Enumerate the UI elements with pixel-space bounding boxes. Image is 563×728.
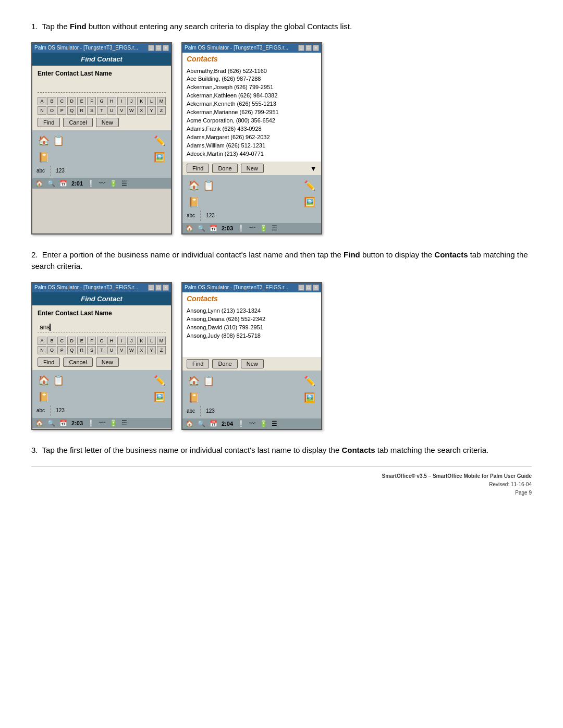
maximize-btn[interactable]: □	[155, 45, 162, 51]
list-item[interactable]: Ansong,David (310) 799-2951	[187, 324, 317, 332]
contacts-body-2b[interactable]: Ansong,Lynn (213) 123-1324 Ansong,Deana …	[182, 305, 321, 357]
list-item[interactable]: Ackerman,Kenneth (626) 555-1213	[187, 100, 317, 108]
scroll-down-icon[interactable]: ▼	[310, 164, 317, 172]
maximize-btn-1b[interactable]: □	[305, 45, 312, 51]
key-E[interactable]: E	[77, 97, 86, 105]
home-icon-2b[interactable]: 🏠	[187, 374, 201, 388]
find-input-empty[interactable]	[38, 81, 166, 93]
close-btn-2b[interactable]: ×	[313, 285, 319, 291]
notes-icon[interactable]: 📔	[36, 150, 51, 165]
calendar-icon-2a[interactable]: 📅	[59, 419, 67, 427]
close-btn-1b[interactable]: ×	[313, 45, 319, 51]
cancel-button-1a[interactable]: Cancel	[63, 118, 92, 127]
list-item[interactable]: Adams,Frank (626) 433-0928	[187, 125, 317, 133]
new-button-2b[interactable]: New	[241, 359, 264, 368]
home-bottom-icon-2a[interactable]: 🏠	[35, 419, 43, 427]
key-D-2a[interactable]: D	[67, 337, 76, 345]
key-Q[interactable]: Q	[67, 106, 76, 115]
home-bottom-icon-1b[interactable]: 🏠	[186, 225, 193, 232]
key-U[interactable]: U	[107, 106, 116, 115]
photo-icon-2b[interactable]: 🖼️	[302, 390, 317, 405]
key-C[interactable]: C	[57, 97, 66, 105]
list-item[interactable]: Ansong,Lynn (213) 123-1324	[187, 307, 317, 315]
minimize-btn[interactable]: _	[148, 45, 154, 51]
key-P[interactable]: P	[57, 106, 66, 115]
search-icon-1b[interactable]: 🔍	[198, 225, 205, 232]
pen-icon[interactable]: ✏️	[152, 133, 167, 148]
home-icon[interactable]: 🏠	[36, 133, 51, 148]
home-bottom-icon[interactable]: 🏠	[35, 180, 43, 187]
key-X-2a[interactable]: X	[137, 346, 146, 354]
list-item[interactable]: Ansong,Judy (808) 821-5718	[187, 332, 317, 340]
photo-icon-2a[interactable]: 🖼️	[152, 390, 167, 404]
new-button-1a[interactable]: New	[96, 118, 119, 127]
list-item[interactable]: Ace Building, (626) 987-7288	[187, 75, 317, 83]
key-V[interactable]: V	[117, 106, 126, 115]
photo-icon-1b[interactable]: 🖼️	[302, 195, 317, 209]
key-J[interactable]: J	[127, 97, 136, 105]
new-button-1b[interactable]: New	[241, 164, 264, 173]
key-O[interactable]: O	[47, 106, 56, 115]
key-N-2a[interactable]: N	[38, 346, 46, 354]
home-bottom-icon-2b[interactable]: 🏠	[186, 420, 193, 427]
key-B-2a[interactable]: B	[47, 337, 56, 345]
key-I[interactable]: I	[117, 97, 126, 105]
key-V-2a[interactable]: V	[117, 346, 126, 354]
key-L[interactable]: L	[147, 97, 156, 105]
key-A[interactable]: A	[38, 97, 46, 105]
key-Z[interactable]: Z	[157, 106, 166, 115]
find-button-1b[interactable]: Find	[187, 164, 209, 173]
key-Z-2a[interactable]: Z	[157, 346, 166, 354]
contacts-body-1b[interactable]: Abernathy,Brad (626) 522-1160 Ace Buildi…	[182, 65, 321, 162]
close-btn-2a[interactable]: ×	[163, 285, 169, 291]
key-K[interactable]: K	[137, 97, 146, 105]
key-U-2a[interactable]: U	[107, 346, 116, 354]
key-W[interactable]: W	[127, 106, 136, 115]
key-Y-2a[interactable]: Y	[147, 346, 156, 354]
pen-icon-1b[interactable]: ✏️	[302, 178, 317, 193]
contacts-icon[interactable]: 📋	[51, 133, 66, 148]
done-button-1b[interactable]: Done	[212, 164, 237, 173]
key-F-2a[interactable]: F	[87, 337, 96, 345]
list-item[interactable]: Adams,Margaret (626) 962-2032	[187, 133, 317, 142]
pen-icon-2a[interactable]: ✏️	[152, 373, 167, 388]
find-button-2b[interactable]: Find	[187, 359, 209, 368]
find-input-ans[interactable]: ans	[38, 321, 166, 332]
new-button-2a[interactable]: New	[96, 357, 119, 367]
menu-icon-2a[interactable]: ☰	[121, 419, 127, 427]
contacts-icon-2a[interactable]: 📋	[51, 373, 66, 388]
maximize-btn-2b[interactable]: □	[305, 285, 312, 291]
key-K-2a[interactable]: K	[137, 337, 146, 345]
minimize-btn-2b[interactable]: _	[298, 285, 304, 291]
close-btn[interactable]: ×	[163, 45, 169, 51]
key-R[interactable]: R	[77, 106, 86, 115]
key-S[interactable]: S	[87, 106, 96, 115]
menu-icon[interactable]: ☰	[121, 180, 127, 187]
pen-icon-2b[interactable]: ✏️	[302, 374, 317, 388]
menu-icon-2b[interactable]: ☰	[272, 420, 277, 427]
cancel-button-2a[interactable]: Cancel	[63, 357, 92, 367]
key-N[interactable]: N	[38, 106, 46, 115]
key-A-2a[interactable]: A	[38, 337, 46, 345]
contacts-icon-2b[interactable]: 📋	[201, 374, 216, 388]
menu-icon-1b[interactable]: ☰	[272, 225, 277, 232]
list-item[interactable]: Adcock,Martin (213) 449-0771	[187, 150, 317, 158]
notes-icon-2a[interactable]: 📔	[36, 390, 51, 404]
list-item[interactable]: Ackerman,Kathleen (626) 984-0382	[187, 92, 317, 100]
calendar-icon-2b[interactable]: 📅	[210, 420, 217, 427]
search-icon-2b[interactable]: 🔍	[198, 420, 205, 427]
list-item[interactable]: Abernathy,Brad (626) 522-1160	[187, 67, 317, 76]
key-T[interactable]: T	[97, 106, 106, 115]
key-O-2a[interactable]: O	[47, 346, 56, 354]
key-L-2a[interactable]: L	[147, 337, 156, 345]
key-S-2a[interactable]: S	[87, 346, 96, 354]
list-item[interactable]: Ansong,Deana (626) 552-2342	[187, 315, 317, 324]
key-M[interactable]: M	[157, 97, 166, 105]
done-button-2b[interactable]: Done	[212, 359, 237, 368]
key-G[interactable]: G	[97, 97, 106, 105]
key-P-2a[interactable]: P	[57, 346, 66, 354]
calendar-icon[interactable]: 📅	[59, 180, 67, 187]
key-M-2a[interactable]: M	[157, 337, 166, 345]
list-item[interactable]: Acme Corporation, (800) 356-6542	[187, 117, 317, 125]
key-R-2a[interactable]: R	[77, 346, 86, 354]
